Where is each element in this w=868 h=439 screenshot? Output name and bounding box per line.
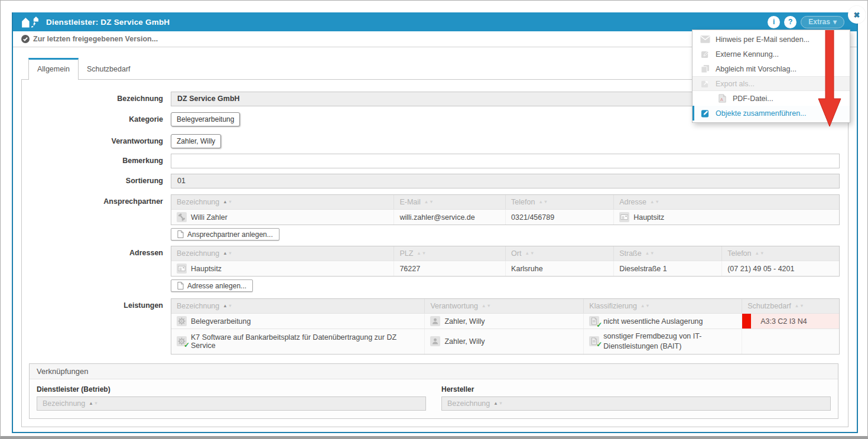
sort-icon: ▲▼ bbox=[223, 251, 232, 256]
sort-icon: ▲▼ bbox=[755, 251, 765, 256]
verknuepfungen-body: Dienstleister (Betrieb) Bezeichnung ▲▼ H… bbox=[30, 379, 838, 418]
sort-icon: ▲▼ bbox=[795, 304, 804, 308]
sortierung-label: Sortierung bbox=[22, 174, 171, 188]
menu-item-export-als: Export als... bbox=[693, 76, 850, 91]
col-bezeichnung[interactable]: Bezeichnung▲▼ bbox=[171, 299, 425, 313]
check-icon: ✓ bbox=[596, 340, 602, 349]
leistungen-table-header: Bezeichnung▲▼ Verantwortung▲▼ Klassifizi… bbox=[171, 299, 839, 313]
address-card-icon bbox=[619, 212, 629, 222]
adressen-row[interactable]: Hauptsitz 76227 Karlsruhe Dieselstraße 1… bbox=[171, 261, 839, 276]
menu-item-hinweis-email[interactable]: Hinweis per E-Mail senden... bbox=[693, 32, 850, 47]
sort-icon: ▲▼ bbox=[417, 251, 426, 256]
verantwortung-chip[interactable]: Zahler, Willy bbox=[171, 134, 221, 148]
person-icon bbox=[430, 316, 440, 326]
sort-icon: ▲▼ bbox=[641, 304, 650, 308]
last-released-version-link[interactable]: Zur letzten freigegebenen Version... bbox=[33, 35, 158, 43]
export-icon bbox=[700, 79, 710, 88]
col-telefon[interactable]: Telefon▲▼ bbox=[506, 195, 614, 209]
leistungen-table: Bezeichnung▲▼ Verantwortung▲▼ Klassifizi… bbox=[171, 298, 840, 355]
dienstleister-betrieb-table-header[interactable]: Bezeichnung ▲▼ bbox=[37, 396, 426, 411]
new-document-icon bbox=[177, 282, 184, 290]
menu-item-pdf-datei[interactable]: A PDF-Datei... bbox=[693, 91, 850, 106]
envelope-icon bbox=[700, 35, 710, 44]
classification-document-icon: ✓ bbox=[589, 336, 599, 346]
sort-icon: ▲▼ bbox=[482, 304, 491, 308]
svg-text:A: A bbox=[720, 97, 723, 102]
leistung-row-1[interactable]: Belegverarbeitung Zahler, Willy bbox=[171, 313, 839, 329]
col-strasse[interactable]: Straße▲▼ bbox=[614, 246, 722, 261]
new-document-icon bbox=[177, 230, 184, 238]
service-gear-icon: ✓ bbox=[177, 336, 187, 346]
sort-icon: ▲▼ bbox=[424, 200, 434, 204]
field-row-bemerkung: Bemerkung bbox=[22, 154, 848, 168]
ansprechpartner-label: Ansprechpartner bbox=[22, 194, 171, 240]
help-button[interactable]: ? bbox=[784, 16, 797, 28]
sort-icon: ▲▼ bbox=[223, 304, 232, 308]
hersteller-table-header[interactable]: Bezeichnung ▲▼ bbox=[441, 396, 831, 411]
sort-icon: ▲▼ bbox=[645, 251, 655, 256]
titlebar-actions: i ? Extras ▾ bbox=[768, 16, 844, 28]
ansprechpartner-row[interactable]: Willi Zahler willi.zahler@service.de 032… bbox=[171, 209, 839, 225]
col-bezeichnung[interactable]: Bezeichnung▲▼ bbox=[171, 195, 394, 209]
person-icon bbox=[430, 336, 440, 346]
check-icon: ✓ bbox=[184, 341, 190, 349]
ansprechpartner-table: Bezeichnung▲▼ E-Mail▲▼ Telefon▲▼ Adresse… bbox=[171, 194, 840, 225]
field-row-verantwortung: Verantwortung Zahler, Willy bbox=[22, 134, 848, 148]
menu-item-externe-kennung[interactable]: Externe Kennung... bbox=[693, 47, 850, 61]
menu-item-abgleich-vorschlag[interactable]: Abgleich mit Vorschlag... bbox=[693, 61, 850, 76]
extras-dropdown-menu: Hinweis per E-Mail senden... Externe Ken… bbox=[692, 30, 850, 123]
sortierung-field: 01 bbox=[171, 174, 840, 188]
tab-allgemein[interactable]: Allgemein bbox=[28, 58, 79, 80]
group-hersteller: Hersteller Bezeichnung ▲▼ bbox=[441, 385, 831, 411]
ansprechpartner-anlegen-button[interactable]: Ansprechpartner anlegen... bbox=[171, 228, 279, 240]
menu-item-objekte-zusammenfuehren[interactable]: Objekte zusammenführen... bbox=[693, 106, 850, 121]
col-ort[interactable]: Ort▲▼ bbox=[506, 246, 614, 261]
col-klassifizierung[interactable]: Klassifizierung▲▼ bbox=[584, 299, 742, 313]
dienstleister-house-icon bbox=[21, 15, 40, 29]
verknuepfungen-title: Verknüpfungen bbox=[30, 364, 838, 379]
section-adressen: Adressen Bezeichnung▲▼ PLZ▲▼ Ort▲▼ Straß… bbox=[22, 246, 848, 292]
schutzbedarf-red-indicator bbox=[742, 314, 751, 329]
extras-button[interactable]: Extras ▾ bbox=[801, 16, 844, 28]
contact-phone-icon bbox=[177, 212, 187, 222]
close-button[interactable]: ✖ bbox=[848, 6, 866, 24]
col-schutzbedarf[interactable]: Schutzbedarf▲▼ bbox=[742, 299, 839, 313]
copy-icon bbox=[700, 64, 710, 73]
sort-icon: ▲▼ bbox=[525, 251, 534, 256]
window-title: Dienstleister: DZ Service GmbH bbox=[46, 18, 170, 27]
leistung-row-2[interactable]: ✓ K7 Software auf Bankarbeitsplatz für D… bbox=[171, 329, 839, 354]
leistungen-label: Leistungen bbox=[22, 298, 171, 355]
application-screen: Dienstleister: DZ Service GmbH i ? Extra… bbox=[0, 0, 868, 439]
adressen-table: Bezeichnung▲▼ PLZ▲▼ Ort▲▼ Straße▲▼ Telef… bbox=[171, 246, 840, 277]
ansprechpartner-table-header: Bezeichnung▲▼ E-Mail▲▼ Telefon▲▼ Adresse… bbox=[171, 195, 839, 209]
sort-icon: ▲▼ bbox=[223, 200, 232, 204]
pdf-file-icon: A bbox=[717, 94, 727, 103]
col-email[interactable]: E-Mail▲▼ bbox=[394, 195, 506, 209]
col-bezeichnung[interactable]: Bezeichnung▲▼ bbox=[171, 246, 394, 261]
verantwortung-label: Verantwortung bbox=[22, 134, 171, 148]
address-card-icon bbox=[177, 264, 187, 274]
sort-icon: ▲▼ bbox=[650, 200, 659, 204]
kategorie-chip[interactable]: Belegverarbeitung bbox=[171, 112, 240, 126]
edit-icon bbox=[700, 50, 710, 58]
check-circle-icon bbox=[21, 35, 30, 43]
col-plz[interactable]: PLZ▲▼ bbox=[394, 246, 506, 261]
verknuepfungen-box: Verknüpfungen Dienstleister (Betrieb) Be… bbox=[29, 363, 838, 419]
titlebar: Dienstleister: DZ Service GmbH i ? Extra… bbox=[13, 12, 857, 31]
classification-document-icon: ✓ bbox=[589, 316, 599, 326]
sort-icon: ▲▼ bbox=[538, 200, 548, 204]
bemerkung-input[interactable] bbox=[171, 154, 840, 168]
col-telefon[interactable]: Telefon▲▼ bbox=[722, 246, 839, 261]
tab-schutzbedarf[interactable]: Schutzbedarf bbox=[79, 60, 139, 79]
info-button[interactable]: i bbox=[768, 16, 780, 28]
sort-icon: ▲▼ bbox=[493, 401, 503, 406]
merge-edit-icon bbox=[700, 109, 710, 118]
chevron-down-icon: ▾ bbox=[833, 18, 837, 26]
close-icon: ✖ bbox=[854, 11, 860, 19]
adressen-label: Adressen bbox=[22, 246, 171, 292]
adresse-anlegen-button[interactable]: Adresse anlegen... bbox=[171, 279, 253, 292]
section-leistungen: Leistungen Bezeichnung▲▼ Verantwortung▲▼… bbox=[22, 298, 848, 355]
adressen-table-header: Bezeichnung▲▼ PLZ▲▼ Ort▲▼ Straße▲▼ Telef… bbox=[171, 246, 839, 261]
col-verantwortung[interactable]: Verantwortung▲▼ bbox=[425, 299, 584, 313]
col-adresse[interactable]: Adresse▲▼ bbox=[614, 195, 839, 209]
